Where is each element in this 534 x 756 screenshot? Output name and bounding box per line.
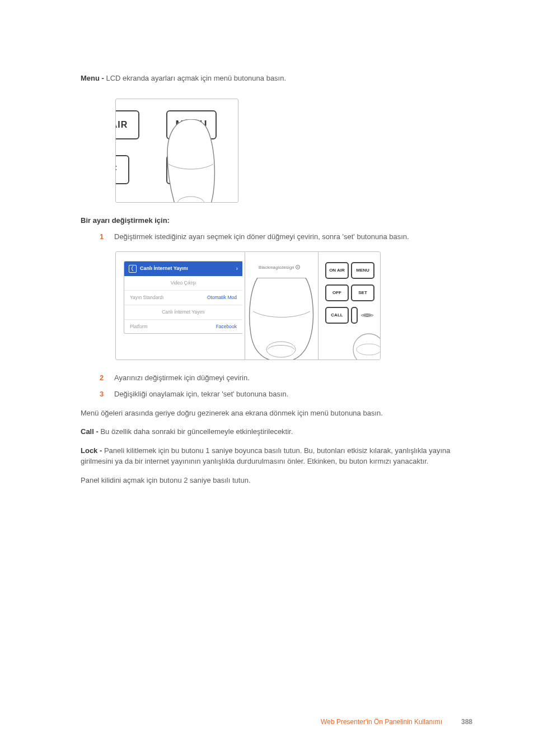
hw-button-off: OFF xyxy=(325,284,349,301)
lcd-row-platform: Platform Facebook xyxy=(124,320,242,334)
mini-scroll-wheel xyxy=(360,307,374,324)
set-label: SET xyxy=(358,290,367,296)
step-2: 2 Ayarınızı değiştirmek için düğmeyi çev… xyxy=(100,372,472,384)
lcd-row4-left: Platform xyxy=(130,323,148,330)
menu-sm-label: MENU xyxy=(356,267,369,274)
step-1: 1 Değiştirmek istediğiniz ayarı seçmek i… xyxy=(100,231,472,242)
svg-point-2 xyxy=(353,334,381,360)
knob-panel: Blackmagicdesign xyxy=(245,251,318,360)
lock-lead: Lock - xyxy=(81,446,104,455)
menu-lead: Menu - xyxy=(81,74,106,82)
mini-scroll-frame xyxy=(351,307,358,324)
mini-knob xyxy=(350,330,381,360)
unlock-paragraph: Panel kilidini açmak için butonu 2 saniy… xyxy=(81,475,472,486)
footer-title: Web Presenter'in Ön Panelinin Kullanımı xyxy=(321,717,442,727)
step-3: 3 Değişikliği onaylamak için, tekrar 'se… xyxy=(100,389,472,400)
lcd-screen: Canlı İnternet Yayını › Video Çıkışı Yay… xyxy=(124,261,242,334)
call-paragraph: Call - Bu özellik daha sonraki bir günce… xyxy=(81,426,472,437)
lock-paragraph: Lock - Paneli kilitlemek için bu butonu … xyxy=(81,445,472,467)
rotary-knob xyxy=(249,278,315,360)
menu-paragraph: Menu - LCD ekranda ayarları açmak için m… xyxy=(81,73,472,84)
lcd-row2-left: Yayın Standardı xyxy=(130,294,163,301)
page-footer: Web Presenter'in Ön Panelinin Kullanımı … xyxy=(321,717,472,727)
broadcast-icon xyxy=(129,265,137,273)
hw-button-f: F xyxy=(115,155,129,184)
lcd-row3-label: Canlı İnternet Yayını xyxy=(162,309,205,316)
footer-page-number: 388 xyxy=(461,717,472,727)
after-steps-paragraph: Menü öğeleri arasında geriye doğru gezin… xyxy=(81,408,472,419)
button-panel: ON AIR MENU OFF SET CALL xyxy=(318,251,381,360)
hw-button-onair: ON AIR xyxy=(325,262,349,279)
lcd-row2-right: Otomatik Mod xyxy=(207,294,237,301)
hw-button-menu-sm: MENU xyxy=(351,262,374,279)
brand-ring-icon xyxy=(296,265,300,269)
brand-text: Blackmagicdesign xyxy=(259,264,294,270)
hw-button-air-label: AIR xyxy=(115,118,128,132)
heading-change-setting: Bir ayarı değiştirmek için: xyxy=(81,215,472,226)
lcd-title-bar: Canlı İnternet Yayını › xyxy=(124,262,242,276)
lcd-title: Canlı İnternet Yayını xyxy=(140,265,233,273)
figure-menu-button: AIR MENU F xyxy=(115,99,238,203)
hw-button-f-label: F xyxy=(115,163,117,176)
off-label: OFF xyxy=(332,290,341,296)
lcd-row1-label: Video Çıkışı xyxy=(171,279,196,287)
call-label: CALL xyxy=(331,312,343,319)
hw-button-air: AIR xyxy=(115,110,139,139)
hw-button-set: SET xyxy=(351,284,374,301)
step-2-text: Ayarınızı değiştirmek için düğmeyi çevir… xyxy=(114,372,472,384)
thumb-illustration xyxy=(152,119,230,203)
lcd-row4-right: Facebook xyxy=(216,323,237,330)
step-2-num: 2 xyxy=(100,372,105,384)
step-list-2: 2 Ayarınızı değiştirmek için düğmeyi çev… xyxy=(81,372,472,400)
chevron-right-icon: › xyxy=(236,264,238,273)
step-1-text: Değiştirmek istediğiniz ayarı seçmek içi… xyxy=(114,231,472,242)
call-text: Bu özellik daha sonraki bir güncellemeyl… xyxy=(100,427,293,436)
lcd-row-live: Canlı İnternet Yayını xyxy=(124,305,242,320)
call-lead: Call - xyxy=(81,427,100,436)
lcd-row-standard: Yayın Standardı Otomatik Mod xyxy=(124,291,242,305)
lcd-panel: Canlı İnternet Yayını › Video Çıkışı Yay… xyxy=(115,251,245,360)
hw-button-call: CALL xyxy=(325,307,349,324)
lcd-row-video-output: Video Çıkışı xyxy=(124,276,242,291)
step-3-num: 3 xyxy=(100,389,105,400)
document-page: Menu - LCD ekranda ayarları açmak için m… xyxy=(0,0,534,756)
step-1-num: 1 xyxy=(100,231,105,242)
figure-lcd-knob-buttons: Canlı İnternet Yayını › Video Çıkışı Yay… xyxy=(115,251,472,360)
step-3-text: Değişikliği onaylamak için, tekrar 'set'… xyxy=(114,389,472,400)
lock-text: Paneli kilitlemek için bu butonu 1 saniy… xyxy=(81,446,450,466)
brand-label: Blackmagicdesign xyxy=(259,264,300,270)
menu-text: LCD ekranda ayarları açmak için menü but… xyxy=(106,74,287,82)
step-list: 1 Değiştirmek istediğiniz ayarı seçmek i… xyxy=(81,231,472,242)
onair-label: ON AIR xyxy=(329,267,345,274)
